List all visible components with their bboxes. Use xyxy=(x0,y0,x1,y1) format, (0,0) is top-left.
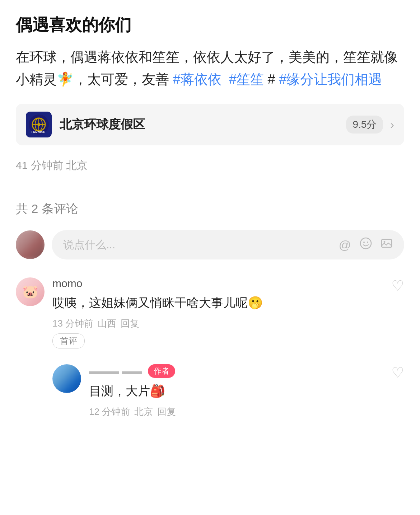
comment-like-1[interactable]: ♡ xyxy=(391,277,404,294)
comment-input-row: 说点什么... @ xyxy=(16,230,404,259)
comment-text-2: 目测，大片🎒 xyxy=(89,381,383,401)
comment-body-2: ▬▬▬ ▬▬ 作者 目测，大片🎒 12 分钟前 北京 回复 xyxy=(89,364,383,418)
author-badge: 作者 xyxy=(148,364,175,378)
post-meta: 41 分钟前 北京 xyxy=(16,158,404,186)
comment-input-box[interactable]: 说点什么... @ xyxy=(52,230,404,259)
comment-footer-2: 12 分钟前 北京 回复 xyxy=(89,406,383,418)
comment-header-2: ▬▬▬ ▬▬ 作者 xyxy=(89,364,383,378)
chevron-right-icon: › xyxy=(390,118,394,131)
comments-section: 共 2 条评论 说点什么... @ xyxy=(16,186,404,418)
avatar-image-author xyxy=(52,364,81,393)
location-card[interactable]: UNIVERSAL 北京环球度假区 9.5分 › xyxy=(16,104,404,145)
comment-placeholder: 说点什么... xyxy=(63,238,330,252)
svg-point-9 xyxy=(367,242,368,243)
first-comment-tag: 首评 xyxy=(52,330,383,348)
comment-text-1: 哎咦，这姐妹俩又悄眯干啥大事儿呢🫢 xyxy=(52,293,383,312)
emoji-icon[interactable] xyxy=(360,237,372,252)
comment-item-1: 🐷 momo 哎咦，这姐妹俩又悄眯干啥大事儿呢🫢 13 分钟前 山西 回复 首评… xyxy=(16,277,404,348)
post-container: 偶遇喜欢的你们 在环球，偶遇蒋依依和笙笙，依依人太好了，美美的，笙笙就像小精灵🧚… xyxy=(16,14,404,186)
comment-reply-2[interactable]: 回复 xyxy=(157,406,176,418)
avatar-image-momo: 🐷 xyxy=(16,277,45,306)
svg-point-11 xyxy=(384,241,386,243)
hashtag-shengsheng[interactable]: #笙笙 xyxy=(229,72,264,87)
svg-text:UNIVERSAL: UNIVERSAL xyxy=(32,131,46,134)
comment-footer-1: 13 分钟前 山西 回复 xyxy=(52,317,383,330)
comments-count: 共 2 条评论 xyxy=(16,201,404,217)
location-score: 9.5分 xyxy=(346,116,383,134)
sub-comment-wrapper: ▬▬▬ ▬▬ 作者 目测，大片🎒 12 分钟前 北京 回复 ♡ xyxy=(52,364,404,418)
svg-point-7 xyxy=(360,238,371,249)
location-icon: UNIVERSAL xyxy=(26,112,52,137)
comment-header-1: momo xyxy=(52,277,383,290)
comment-username-1: momo xyxy=(52,277,82,290)
image-icon[interactable] xyxy=(381,237,393,252)
comment-like-2[interactable]: ♡ xyxy=(391,364,404,381)
comment-location-2: 北京 xyxy=(134,406,153,418)
comment-item-2: ▬▬▬ ▬▬ 作者 目测，大片🎒 12 分钟前 北京 回复 ♡ xyxy=(52,364,404,418)
comment-username-2: ▬▬▬ ▬▬ xyxy=(89,365,142,377)
svg-rect-10 xyxy=(382,239,392,247)
heart-icon-2[interactable]: ♡ xyxy=(391,364,404,381)
post-title: 偶遇喜欢的你们 xyxy=(16,14,404,36)
svg-point-5 xyxy=(37,123,40,126)
post-content: 在环球，偶遇蒋依依和笙笙，依依人太好了，美美的，笙笙就像小精灵🧚，太可爱，友善 … xyxy=(16,46,404,91)
hashtag-yuanfen[interactable]: #缘分让我们相遇 xyxy=(279,72,382,87)
comment-body-1: momo 哎咦，这姐妹俩又悄眯干啥大事儿呢🫢 13 分钟前 山西 回复 首评 xyxy=(52,277,383,348)
comment-time-2: 12 分钟前 xyxy=(89,406,130,418)
at-icon[interactable]: @ xyxy=(339,238,351,252)
location-name: 北京环球度假区 xyxy=(60,116,340,133)
comment-reply-1[interactable]: 回复 xyxy=(121,317,139,330)
comment-time-1: 13 分钟前 xyxy=(52,317,93,330)
svg-point-8 xyxy=(363,242,365,243)
hashtag-jiangyi[interactable]: #蒋依依 xyxy=(173,72,221,87)
comment-avatar-author xyxy=(52,364,81,393)
comment-avatar-momo: 🐷 xyxy=(16,277,45,306)
current-user-avatar xyxy=(16,230,45,259)
avatar-image xyxy=(16,230,45,259)
comment-location-1: 山西 xyxy=(98,317,116,330)
heart-icon-1[interactable]: ♡ xyxy=(391,277,404,294)
